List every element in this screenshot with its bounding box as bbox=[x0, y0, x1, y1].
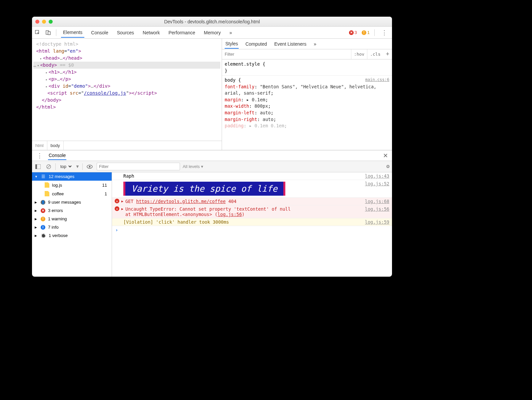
separator bbox=[56, 29, 56, 36]
warning-icon: ! bbox=[41, 217, 45, 221]
warning-icon: ! bbox=[362, 30, 366, 35]
log-row[interactable]: Raphlog.js:43 bbox=[112, 172, 392, 180]
file-icon bbox=[45, 182, 49, 188]
tab-styles[interactable]: Styles bbox=[225, 39, 239, 49]
styles-tabs: Styles Computed Event Listeners » bbox=[222, 39, 392, 49]
sidebar-file-logjs[interactable]: log.js11 bbox=[32, 181, 112, 189]
context-selector[interactable]: top bbox=[58, 163, 73, 170]
console-messages: Raphlog.js:43 Variety is the spice of li… bbox=[112, 172, 392, 277]
file-icon bbox=[45, 191, 49, 196]
devtools-window: DevTools - devtools.glitch.me/console/lo… bbox=[32, 17, 392, 277]
new-style-rule-button[interactable]: + bbox=[383, 51, 392, 58]
tab-elements[interactable]: Elements bbox=[61, 28, 84, 38]
eye-icon[interactable] bbox=[85, 164, 94, 169]
close-drawer-button[interactable]: ✕ bbox=[382, 152, 389, 159]
tab-console[interactable]: Console bbox=[89, 28, 110, 37]
styles-filter-input[interactable] bbox=[222, 50, 351, 58]
separator bbox=[82, 163, 83, 170]
dom-tree[interactable]: <!doctype html> <html lang="en"> <head>…… bbox=[32, 39, 222, 141]
selected-body-node[interactable]: …<body> == $0 bbox=[33, 62, 220, 69]
sidebar-user-messages[interactable]: ▶👤9 user messages bbox=[32, 198, 112, 206]
log-row-styled[interactable]: Variety is the spice of life log.js:52 bbox=[112, 180, 392, 198]
console-menu[interactable]: ⋮ bbox=[35, 152, 45, 159]
breadcrumb: html body bbox=[32, 141, 222, 150]
console-tab[interactable]: Console bbox=[48, 151, 66, 160]
svg-line-6 bbox=[47, 165, 50, 168]
svg-rect-4 bbox=[35, 164, 37, 169]
console-settings-icon[interactable]: ⚙ bbox=[386, 164, 390, 169]
main-panels: <!doctype html> <html lang="en"> <head>…… bbox=[32, 39, 392, 150]
crumb-html[interactable]: html bbox=[32, 141, 47, 150]
main-toolbar: Elements Console Sources Network Perform… bbox=[32, 27, 392, 39]
console-prompt[interactable]: › bbox=[112, 226, 392, 234]
console-header: ⋮ Console ✕ bbox=[32, 150, 392, 161]
user-icon: 👤 bbox=[41, 200, 45, 205]
titlebar: DevTools - devtools.glitch.me/console/lo… bbox=[32, 17, 392, 27]
styles-tabs-overflow[interactable]: » bbox=[313, 40, 317, 48]
separator bbox=[374, 29, 375, 36]
console-body: ▼☰12 messages log.js11 coffee1 ▶👤9 user … bbox=[32, 172, 392, 277]
hov-toggle[interactable]: :hov bbox=[351, 49, 367, 59]
sidebar-verbose[interactable]: ▶1 verbose bbox=[32, 231, 112, 240]
cls-toggle[interactable]: .cls bbox=[367, 49, 383, 59]
svg-rect-2 bbox=[48, 32, 50, 35]
tab-event-listeners[interactable]: Event Listeners bbox=[274, 40, 307, 48]
console-filter-bar: top ▼ All levels ▾ ⚙ bbox=[32, 161, 392, 172]
log-levels-dropdown[interactable]: All levels ▾ bbox=[183, 164, 203, 169]
settings-menu[interactable]: ⋮ bbox=[379, 29, 389, 36]
tab-performance[interactable]: Performance bbox=[166, 28, 197, 37]
sidebar-toggle-icon[interactable] bbox=[34, 164, 42, 170]
source-link[interactable]: log.js:56 bbox=[362, 206, 389, 212]
violation-row[interactable]: [Violation] 'click' handler took 3000msl… bbox=[112, 218, 392, 226]
tab-sources[interactable]: Sources bbox=[115, 28, 136, 37]
bug-icon bbox=[41, 233, 46, 238]
sidebar-file-coffee[interactable]: coffee1 bbox=[32, 189, 112, 198]
styled-log: Variety is the spice of life bbox=[123, 182, 285, 196]
error-icon: ✕ bbox=[115, 206, 119, 211]
expand-icon[interactable] bbox=[45, 76, 49, 83]
device-icon[interactable] bbox=[45, 30, 51, 36]
sidebar-warnings[interactable]: ▶!1 warning bbox=[32, 215, 112, 223]
tab-memory[interactable]: Memory bbox=[202, 28, 223, 37]
styles-filter-row: :hov .cls + bbox=[222, 49, 392, 59]
script-src-link[interactable]: /console/log.js bbox=[84, 90, 126, 96]
error-badge[interactable]: ✕3 bbox=[349, 30, 357, 35]
error-row[interactable]: ✕▶Uncaught TypeError: Cannot set propert… bbox=[112, 205, 392, 218]
source-link[interactable]: log.js:59 bbox=[362, 219, 389, 225]
error-url-link[interactable]: https://devtools.glitch.me/coffee bbox=[136, 199, 226, 204]
expand-icon[interactable] bbox=[39, 55, 43, 62]
expand-icon[interactable] bbox=[45, 69, 49, 76]
error-row[interactable]: ✕▶GET https://devtools.glitch.me/coffee … bbox=[112, 198, 392, 205]
source-link[interactable]: main.css:6 bbox=[365, 77, 389, 83]
clear-console-icon[interactable] bbox=[45, 163, 53, 170]
styles-rules[interactable]: element.style { } main.css:6 body { font… bbox=[222, 59, 392, 150]
collapse-icon[interactable] bbox=[36, 62, 40, 69]
window-title: DevTools - devtools.glitch.me/console/lo… bbox=[32, 19, 392, 24]
tab-network[interactable]: Network bbox=[141, 28, 162, 37]
warning-badge[interactable]: !1 bbox=[362, 30, 370, 35]
svg-point-8 bbox=[89, 166, 90, 167]
sidebar-info[interactable]: ▶i7 info bbox=[32, 223, 112, 231]
console-filter-input[interactable] bbox=[97, 163, 180, 170]
source-link[interactable]: log.js:52 bbox=[362, 181, 389, 186]
separator bbox=[55, 163, 56, 170]
styles-panel: Styles Computed Event Listeners » :hov .… bbox=[222, 39, 392, 150]
source-link[interactable]: log.js:68 bbox=[362, 199, 389, 204]
crumb-body[interactable]: body bbox=[47, 141, 64, 150]
error-icon: ✕ bbox=[41, 208, 45, 213]
error-icon: ✕ bbox=[115, 199, 119, 203]
expand-icon[interactable] bbox=[45, 83, 49, 90]
info-icon: i bbox=[41, 225, 45, 230]
tabs-overflow[interactable]: » bbox=[227, 28, 234, 37]
inspect-icon[interactable] bbox=[35, 30, 41, 36]
stack-link[interactable]: log.js:56 bbox=[217, 212, 242, 217]
console-drawer: ⋮ Console ✕ top ▼ All levels ▾ ⚙ ▼☰12 me… bbox=[32, 150, 392, 277]
console-sidebar: ▼☰12 messages log.js11 coffee1 ▶👤9 user … bbox=[32, 172, 112, 277]
error-icon: ✕ bbox=[349, 30, 354, 35]
sidebar-errors[interactable]: ▶✕3 errors bbox=[32, 206, 112, 215]
tab-computed[interactable]: Computed bbox=[245, 40, 268, 48]
elements-panel: <!doctype html> <html lang="en"> <head>…… bbox=[32, 39, 222, 150]
source-link[interactable]: log.js:43 bbox=[362, 173, 389, 179]
doctype: <!doctype html> bbox=[36, 41, 78, 47]
sidebar-messages[interactable]: ▼☰12 messages bbox=[32, 172, 112, 181]
